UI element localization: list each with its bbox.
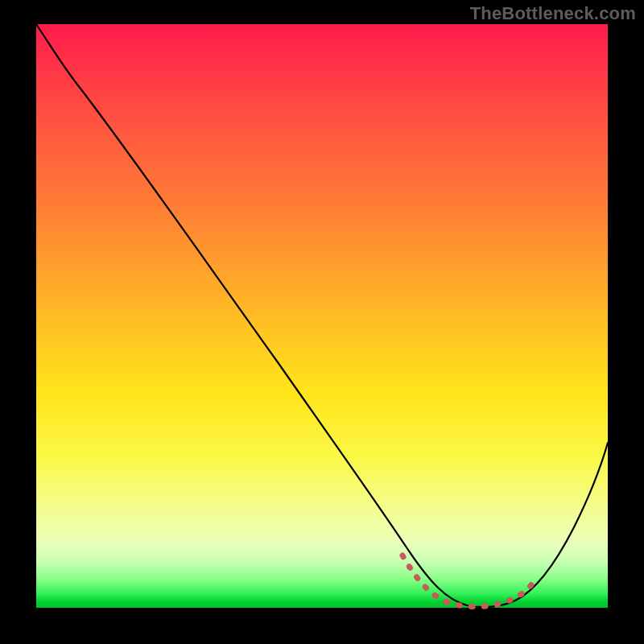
optimal-zone-marker: [402, 555, 535, 607]
plot-area: [36, 24, 608, 608]
watermark-text: TheBottleneck.com: [470, 3, 636, 24]
chart-frame: TheBottleneck.com: [0, 0, 644, 644]
bottleneck-curve-svg: [36, 24, 608, 608]
bottleneck-curve: [36, 24, 608, 607]
